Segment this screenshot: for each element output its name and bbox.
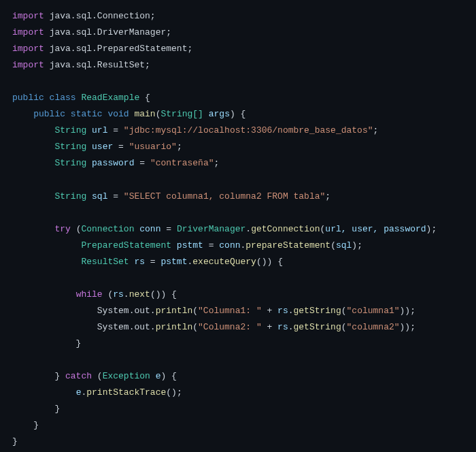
resource-name: conn [139,224,160,234]
var-name: url [92,125,107,135]
var-type: String [54,142,86,152]
resource-name: pstmt [177,240,203,251]
string-literal: "contraseña" [150,158,214,168]
string-literal: "columna2" [347,322,400,332]
var-name: user [92,142,113,152]
call-method: getConnection [251,224,320,234]
print-method: println [156,306,193,316]
call-obj: conn [219,240,240,251]
string-literal: "Columna2: " [198,322,262,332]
class-modifiers: public class [12,93,76,103]
call-method: printStackTrace [86,387,166,398]
string-literal: "jdbc:mysql://localhost:3306/nombre_base… [124,125,373,135]
resource-type: ResultSet [81,257,129,267]
import-package: java.sql.Connection [50,11,150,21]
var-type: String [54,125,86,135]
class-name: ReadExample [81,93,139,103]
param-name: args [209,109,230,119]
resource-name: rs [134,257,145,267]
string-literal: "usuario" [129,142,177,152]
call-args: url, user, password [325,224,426,234]
cond-obj: rs [113,289,124,300]
keyword-import: import [12,11,44,21]
call-method: getString [294,322,341,332]
keyword-import: import [12,60,44,70]
print-method: println [156,322,193,332]
call-args: sql [336,240,352,251]
import-package: java.sql.ResultSet [50,60,145,70]
keyword-import: import [12,27,44,37]
exception-var: e [156,371,161,381]
keyword-import: import [12,44,44,54]
keyword-while: while [76,289,103,300]
call-class: DriverManager [177,224,245,234]
string-literal: "columna1" [347,306,400,316]
call-obj: pstmt [160,257,187,267]
cond-method: next [129,289,150,300]
resource-type: Connection [81,224,134,234]
call-obj: e [76,387,82,398]
var-type: String [54,191,86,201]
import-package: java.sql.PreparedStatement [50,44,188,54]
string-literal: "SELECT columna1, columna2 FROM tabla" [124,191,325,201]
param-type: String[] [161,109,203,119]
keyword-catch: catch [65,371,92,381]
method-name: main [134,109,155,119]
code-block: import java.sql.Connection; import java.… [12,8,464,450]
call-obj: rs [277,322,288,332]
call-method: prepareStatement [245,240,330,251]
call-obj: rs [277,306,288,316]
string-literal: "Columna1: " [198,306,262,316]
import-package: java.sql.DriverManager [50,27,167,37]
var-name: password [92,158,134,168]
var-type: String [54,158,86,168]
call-method: executeQuery [192,257,256,267]
keyword-try: try [54,224,70,234]
var-name: sql [92,191,107,201]
call-method: getString [294,306,341,316]
method-modifiers: public static void [33,109,129,119]
resource-type: PreparedStatement [81,240,171,251]
exception-type: Exception [103,371,150,381]
